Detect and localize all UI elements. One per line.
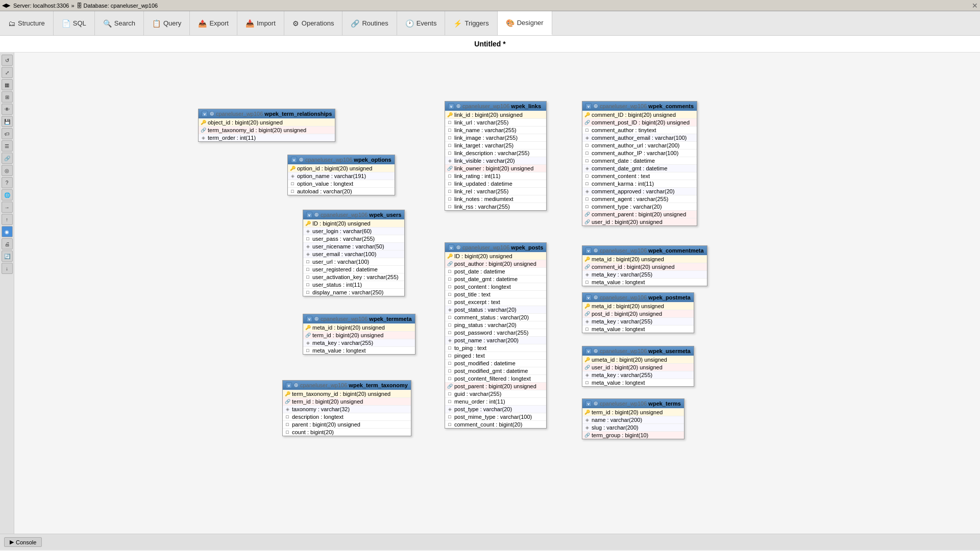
collapse-btn-comments[interactable]: v: [585, 103, 592, 109]
tab-sql[interactable]: 📄 SQL: [54, 11, 95, 35]
table-row-commentmeta-1: 🔗 comment_id : bigint(20) unsigned: [582, 263, 707, 270]
table-header-terms[interactable]: v ⓘ cpaneluser_wp106 wpek_terms: [582, 399, 684, 408]
tab-export[interactable]: 📤 Export: [190, 11, 237, 35]
tab-structure[interactable]: 🗂 Structure: [0, 11, 54, 35]
table-header-commentmeta[interactable]: v ⓘ cpaneluser_wp106 wpek_commentmeta: [582, 246, 707, 255]
sidebar-btn-print[interactable]: 🖨: [2, 238, 13, 249]
table-commentmeta[interactable]: v ⓘ cpaneluser_wp106 wpek_commentmeta 🔑 …: [582, 245, 707, 286]
sidebar-btn-save[interactable]: 💾: [2, 116, 13, 127]
table-term_taxonomy[interactable]: v ⓘ cpaneluser_wp106 wpek_term_taxonomy …: [282, 380, 411, 436]
field-name-term_taxonomy-1: term_id : bigint(20) unsigned: [292, 398, 363, 405]
table-header-posts[interactable]: v ⓘ cpaneluser_wp106 wpek_posts: [445, 243, 546, 252]
sidebar-btn-link[interactable]: 🔗: [2, 153, 13, 164]
table-comments[interactable]: v ⓘ cpaneluser_wp106 wpek_comments 🔑 com…: [582, 101, 697, 226]
collapse-btn-links[interactable]: v: [448, 103, 454, 109]
table-row-termmeta-3: □ meta_value : longtext: [303, 346, 415, 354]
tab-routines[interactable]: 🔗 Routines: [342, 11, 397, 35]
info-btn-commentmeta[interactable]: ⓘ: [593, 248, 598, 253]
collapse-btn-postmeta[interactable]: v: [585, 294, 592, 300]
field-name-posts-10: post_password : varchar(255): [454, 330, 529, 336]
info-btn-terms[interactable]: ⓘ: [593, 401, 598, 406]
sidebar-btn-arrow2[interactable]: ↑: [2, 214, 13, 225]
sidebar-btn-active[interactable]: ◉: [2, 226, 13, 237]
table-header-usermeta[interactable]: v ⓘ cpaneluser_wp106 wpek_usermeta: [582, 346, 694, 356]
sidebar-btn-down[interactable]: ↓: [2, 263, 13, 274]
sidebar-btn-list[interactable]: ☰: [2, 140, 13, 152]
tab-search[interactable]: 🔍 Search: [95, 11, 144, 35]
tab-query[interactable]: 📋 Query: [144, 11, 190, 35]
table-header-term_relationships[interactable]: v ⓘ cpaneluser_wp106 wpek_term_relations…: [199, 109, 335, 118]
collapse-btn-posts[interactable]: v: [448, 244, 454, 251]
operations-icon: ⚙: [292, 19, 299, 28]
server-label: Server: localhost:3306: [13, 3, 69, 9]
tab-events[interactable]: 🕐 Events: [397, 11, 446, 35]
table-header-users[interactable]: v ⓘ cpaneluser_wp106 wpek_users: [303, 210, 404, 219]
collapse-btn-termmeta[interactable]: v: [306, 316, 312, 322]
tab-operations[interactable]: ⚙ Operations: [284, 11, 343, 35]
table-users[interactable]: v ⓘ cpaneluser_wp106 wpek_users 🔑 ID : b…: [303, 210, 405, 296]
field-name-usermeta-3: meta_value : longtext: [592, 380, 645, 386]
table-row-users-2: □ user_pass : varchar(255): [303, 235, 404, 242]
sidebar-btn-fullscreen[interactable]: ⤢: [2, 67, 13, 78]
table-options[interactable]: v ⓘ cpaneluser_wp106 wpek_options 🔑 opti…: [287, 155, 395, 195]
table-row-users-3: ◈ user_nicename : varchar(50): [303, 242, 404, 250]
tab-triggers[interactable]: ⚡ Triggers: [445, 11, 497, 35]
info-btn-usermeta[interactable]: ⓘ: [593, 348, 598, 354]
table-posts[interactable]: v ⓘ cpaneluser_wp106 wpek_posts 🔑 ID : b…: [445, 242, 547, 429]
close-icon[interactable]: ✕: [972, 2, 978, 10]
table-row-users-8: □ user_status : int(11): [303, 281, 404, 288]
table-header-comments[interactable]: v ⓘ cpaneluser_wp106 wpek_comments: [582, 102, 697, 111]
table-row-comments-1: 🔗 comment_post_ID : bigint(20) unsigned: [582, 118, 697, 126]
table-postmeta[interactable]: v ⓘ cpaneluser_wp106 wpek_postmeta 🔑 met…: [582, 292, 694, 333]
table-term_relationships[interactable]: v ⓘ cpaneluser_wp106 wpek_term_relations…: [198, 109, 335, 142]
info-btn-options[interactable]: ⓘ: [299, 157, 304, 162]
sidebar-btn-tag[interactable]: 🏷: [2, 128, 13, 139]
sidebar-btn-eye[interactable]: 👁: [2, 104, 13, 115]
sidebar-btn-arrow[interactable]: →: [2, 202, 13, 213]
info-btn-postmeta[interactable]: ⓘ: [593, 295, 598, 300]
table-termmeta[interactable]: v ⓘ cpaneluser_wp106 wpek_termmeta 🔑 met…: [303, 314, 415, 355]
info-btn-posts[interactable]: ⓘ: [456, 245, 461, 250]
table-row-links-3: □ link_image : varchar(255): [445, 134, 546, 141]
console-button[interactable]: ▶ Console: [4, 537, 42, 547]
sidebar-btn-grid[interactable]: ▦: [2, 79, 13, 90]
table-row-commentmeta-2: ◈ meta_key : varchar(255): [582, 270, 707, 278]
table-header-links[interactable]: v ⓘ cpaneluser_wp106 wpek_links: [445, 102, 546, 111]
table-terms[interactable]: v ⓘ cpaneluser_wp106 wpek_terms 🔑 term_i…: [582, 398, 684, 439]
sidebar-btn-layer[interactable]: ⊞: [2, 91, 13, 103]
info-btn-term_relationships[interactable]: ⓘ: [209, 111, 214, 116]
info-btn-term_taxonomy[interactable]: ⓘ: [293, 383, 299, 388]
field-name-term_relationships-1: term_taxonomy_id : bigint(20) unsigned: [208, 127, 306, 133]
table-header-termmeta[interactable]: v ⓘ cpaneluser_wp106 wpek_termmeta: [303, 314, 415, 323]
collapse-btn-terms[interactable]: v: [585, 400, 592, 407]
table-row-users-7: □ user_activation_key : varchar(255): [303, 273, 404, 281]
collapse-btn-commentmeta[interactable]: v: [585, 247, 592, 254]
db-name-term_taxonomy: cpaneluser_wp106: [300, 382, 347, 388]
info-btn-links[interactable]: ⓘ: [456, 104, 461, 109]
table-usermeta[interactable]: v ⓘ cpaneluser_wp106 wpek_usermeta 🔑 ume…: [582, 346, 694, 387]
info-btn-users[interactable]: ⓘ: [314, 212, 319, 217]
info-btn-termmeta[interactable]: ⓘ: [314, 316, 319, 321]
sidebar-btn-circle[interactable]: ◎: [2, 165, 13, 176]
field-name-term_taxonomy-2: taxonomy : varchar(32): [292, 406, 350, 412]
collapse-btn-users[interactable]: v: [306, 212, 312, 218]
table-links[interactable]: v ⓘ cpaneluser_wp106 wpek_links 🔑 link_i…: [445, 101, 547, 211]
sidebar-btn-globe[interactable]: 🌐: [2, 189, 13, 201]
sidebar-btn-move[interactable]: ↺: [2, 55, 13, 66]
collapse-btn-usermeta[interactable]: v: [585, 348, 592, 354]
collapse-btn-term_relationships[interactable]: v: [202, 111, 208, 117]
sidebar-btn-sync[interactable]: 🔄: [2, 251, 13, 262]
table-row-term_taxonomy-4: □ parent : bigint(20) unsigned: [283, 420, 411, 428]
table-header-options[interactable]: v ⓘ cpaneluser_wp106 wpek_options: [288, 155, 395, 164]
table-header-postmeta[interactable]: v ⓘ cpaneluser_wp106 wpek_postmeta: [582, 293, 694, 302]
table-name-users: wpek_users: [369, 212, 401, 218]
collapse-btn-term_taxonomy[interactable]: v: [286, 382, 292, 388]
field-name-links-3: link_image : varchar(255): [454, 135, 518, 141]
collapse-btn-options[interactable]: v: [291, 157, 297, 163]
info-btn-comments[interactable]: ⓘ: [593, 104, 598, 109]
sidebar-btn-question[interactable]: ?: [2, 177, 13, 188]
tab-designer[interactable]: 🎨 Designer: [498, 11, 552, 35]
field-name-posts-17: post_parent : bigint(20) unsigned: [454, 383, 536, 389]
tab-import[interactable]: 📥 Import: [237, 11, 284, 35]
table-header-term_taxonomy[interactable]: v ⓘ cpaneluser_wp106 wpek_term_taxonomy: [283, 381, 411, 390]
